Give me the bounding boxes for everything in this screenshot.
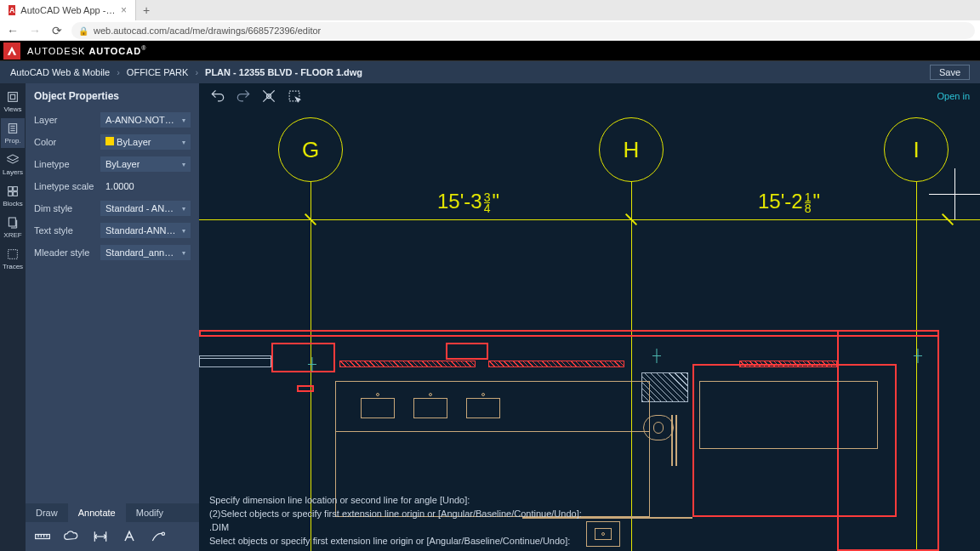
breadcrumb-folder[interactable]: OFFICE PARK [127, 67, 189, 77]
tab-title: AutoCAD Web App - Online CAD [20, 5, 116, 15]
grid-bubble-i: I [884, 117, 949, 182]
favicon-icon: A [9, 5, 15, 15]
prop-label: Text style [34, 225, 95, 236]
svg-point-21 [162, 532, 164, 535]
save-button[interactable]: Save [930, 65, 970, 80]
panel-title: Object Properties [26, 83, 199, 109]
leader-icon[interactable] [150, 528, 167, 545]
command-log: Specify dimension line location or secon… [209, 493, 582, 548]
grid-bubble-g: G [278, 117, 343, 182]
canvas-toolbar: Open in [199, 83, 980, 109]
prop-label: Dim style [34, 203, 95, 213]
url-field[interactable]: 🔒 web.autocad.com/acad/me/drawings/66857… [71, 22, 975, 39]
prop-label: Linetype [34, 159, 95, 169]
svg-rect-11 [9, 218, 15, 226]
tick-icon [305, 213, 316, 225]
tool-tabs: Draw Annotate Modify [26, 503, 199, 522]
chevron-right-icon: › [195, 67, 198, 77]
prop-label: Linetype scale [34, 181, 95, 191]
tab-modify[interactable]: Modify [126, 503, 174, 522]
new-tab-button[interactable]: + [136, 3, 157, 17]
close-icon[interactable]: × [121, 4, 127, 16]
mleader-dropdown[interactable]: Standard_annotati...▾ [100, 245, 191, 260]
select-icon[interactable] [286, 88, 303, 105]
svg-rect-10 [14, 192, 18, 196]
breadcrumb-root[interactable]: AutoCAD Web & Mobile [10, 67, 110, 77]
dimstyle-dropdown[interactable]: Standard - ANNOTA...▾ [100, 201, 191, 216]
tick-icon [625, 213, 637, 225]
tape-icon[interactable] [34, 528, 51, 545]
undo-icon[interactable] [209, 88, 226, 105]
svg-rect-7 [9, 187, 13, 191]
browser-tab[interactable]: A AutoCAD Web App - Online CAD × [0, 0, 136, 20]
anchor-marker-icon: ┼ [914, 349, 922, 362]
chevron-down-icon: ▾ [182, 139, 185, 146]
tab-annotate[interactable]: Annotate [68, 503, 126, 522]
rail-views[interactable]: Views [1, 87, 25, 116]
brand-text: AUTODESK AUTOCAD® [27, 45, 146, 56]
rail-traces[interactable]: Traces [1, 244, 25, 274]
open-in-link[interactable]: Open in [937, 91, 970, 101]
rail-layers[interactable]: Layers [1, 150, 25, 179]
left-rail: Views Prop. Layers Blocks XREF Traces [0, 83, 26, 551]
dimension-hi: 15'-218" [758, 190, 820, 213]
dimension-icon[interactable] [92, 528, 109, 545]
cloud-icon[interactable] [63, 528, 80, 545]
anchor-marker-icon: ┼ [652, 349, 661, 362]
annotate-tools [26, 522, 199, 551]
chevron-down-icon: ▾ [182, 205, 185, 213]
lock-icon: 🔒 [78, 26, 88, 36]
back-icon[interactable]: ← [5, 24, 20, 37]
forward-icon[interactable]: → [27, 24, 43, 37]
autocad-app: AUTODESK AUTOCAD® AutoCAD Web & Mobile ›… [0, 41, 980, 551]
properties-panel: Object Properties Layer A-ANNO-NOTE FUR.… [26, 83, 199, 551]
chevron-down-icon: ▾ [182, 116, 185, 124]
color-dropdown[interactable]: ByLayer▾ [100, 134, 191, 150]
prop-label: Mleader style [34, 247, 95, 258]
layer-dropdown[interactable]: A-ANNO-NOTE FUR...▾ [100, 112, 191, 128]
chevron-down-icon: ▾ [182, 227, 185, 235]
app-header: AUTODESK AUTOCAD® [0, 41, 980, 61]
chevron-down-icon: ▾ [182, 249, 185, 257]
text-icon[interactable] [121, 528, 138, 545]
svg-rect-12 [9, 250, 18, 259]
tick-icon [942, 213, 954, 225]
autocad-logo-icon [3, 43, 20, 60]
chevron-right-icon: › [117, 67, 120, 77]
reload-icon[interactable]: ⟳ [49, 24, 65, 37]
canvas[interactable]: G H I 15'-334" 15'-218" [199, 109, 980, 551]
svg-rect-9 [9, 192, 13, 196]
svg-rect-13 [36, 535, 50, 539]
svg-rect-0 [9, 93, 18, 102]
snap-icon[interactable] [260, 88, 277, 105]
linetype-dropdown[interactable]: ByLayer▾ [100, 156, 191, 172]
tab-draw[interactable]: Draw [26, 503, 68, 522]
redo-icon[interactable] [235, 88, 252, 105]
rail-blocks[interactable]: Blocks [1, 181, 25, 211]
rail-properties[interactable]: Prop. [1, 118, 25, 148]
ltscale-value[interactable]: 1.0000 [100, 179, 191, 194]
svg-rect-8 [14, 187, 18, 191]
breadcrumb-file: PLAN - 12355 BLVD - FLOOR 1.dwg [205, 67, 362, 77]
textstyle-dropdown[interactable]: Standard-ANNOTAT...▾ [100, 223, 191, 238]
grid-bubble-h: H [599, 117, 664, 182]
tab-bar: A AutoCAD Web App - Online CAD × + [0, 0, 980, 20]
color-swatch-icon [105, 137, 114, 145]
drawing-area: Open in G H I 15'-334" [199, 83, 980, 551]
anchor-marker-icon: ┼ [308, 357, 316, 371]
prop-label: Layer [34, 115, 95, 125]
svg-marker-6 [7, 155, 18, 161]
rail-xref[interactable]: XREF [1, 213, 25, 242]
prop-label: Color [34, 137, 95, 147]
browser-chrome: A AutoCAD Web App - Online CAD × + ← → ⟳… [0, 0, 980, 41]
chevron-down-icon: ▾ [182, 161, 185, 168]
svg-rect-1 [10, 94, 14, 99]
breadcrumb-bar: AutoCAD Web & Mobile › OFFICE PARK › PLA… [0, 61, 980, 83]
dimension-gh: 15'-334" [437, 190, 499, 213]
address-bar: ← → ⟳ 🔒 web.autocad.com/acad/me/drawings… [0, 20, 980, 41]
url-text: web.autocad.com/acad/me/drawings/6685723… [94, 26, 321, 36]
